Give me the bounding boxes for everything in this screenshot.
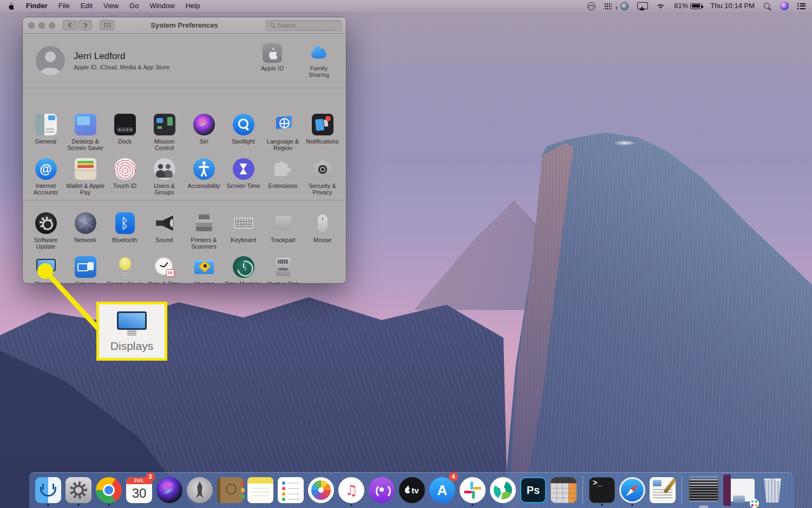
pref-general[interactable]: General (26, 109, 66, 151)
dock-minimized-slack-window[interactable] (723, 474, 756, 506)
dock-calculator[interactable] (550, 474, 577, 506)
pref-keyboard[interactable]: Keyboard (224, 208, 263, 250)
dock-calendar[interactable]: JUL 30 3 (126, 474, 153, 506)
pref-printers-scanners[interactable]: Printers & Scanners (184, 208, 224, 250)
pref-security-privacy[interactable]: Security & Privacy (303, 154, 342, 196)
battery-menu[interactable]: 81% (670, 0, 706, 12)
menu-item-file[interactable]: File (53, 0, 75, 12)
menu-item-help[interactable]: Help (180, 0, 206, 12)
dock-trash[interactable] (759, 474, 786, 506)
shortcut-apple-id[interactable]: Apple ID (255, 43, 290, 78)
show-all-button[interactable] (100, 20, 115, 30)
pref-label: Bluetooth (105, 237, 145, 243)
wifi-menu[interactable] (651, 3, 670, 10)
time-machine-icon (233, 256, 254, 278)
pref-accessibility[interactable]: Accessibility (184, 154, 224, 196)
back-button[interactable] (63, 20, 77, 30)
pref-spotlight[interactable]: Spotlight (224, 109, 263, 151)
pref-label: Sharing (184, 281, 224, 283)
users-groups-icon (154, 158, 175, 180)
dock-photos[interactable] (307, 474, 335, 506)
title-bar[interactable]: System Preferences (23, 17, 346, 34)
pref-dock[interactable]: Dock (105, 109, 145, 151)
dock-textedit[interactable] (649, 474, 676, 506)
notification-center-icon (797, 3, 806, 10)
pref-time-machine[interactable]: Time Machine (224, 252, 263, 283)
pref-sidecar[interactable]: Sidecar (66, 252, 105, 283)
pref-language-region[interactable]: Language & Region (263, 109, 303, 151)
pref-extensions[interactable]: Extensions (263, 154, 303, 196)
forward-button[interactable] (78, 20, 92, 30)
dock-music[interactable] (338, 474, 365, 506)
pref-bluetooth[interactable]: Bluetooth (105, 208, 145, 250)
dock-apple-tv[interactable]: tv (398, 474, 425, 506)
close-button[interactable] (28, 22, 35, 29)
siri-icon (780, 2, 789, 10)
network-globe-menu[interactable] (616, 2, 633, 10)
menu-item-edit[interactable]: Edit (75, 0, 98, 12)
dock-reminders[interactable] (277, 474, 304, 506)
globe-icon (620, 2, 628, 10)
pref-wallet-apple-pay[interactable]: Wallet & Apple Pay (66, 154, 105, 196)
avatar[interactable] (36, 46, 65, 75)
pref-trackpad[interactable]: Trackpad (263, 208, 303, 250)
dock-notes[interactable] (247, 474, 274, 506)
spotlight-pref-icon (233, 114, 254, 135)
pref-grid-row-1: General Desktop & Screen Saver Dock Miss… (26, 109, 343, 151)
creative-cloud-menu[interactable] (583, 2, 600, 10)
search-input[interactable] (266, 20, 342, 31)
apple-id-row[interactable]: Jerri Ledford Apple ID, iCloud, Media & … (23, 34, 346, 88)
apple-menu[interactable] (0, 2, 21, 10)
dock-launchpad[interactable] (186, 474, 213, 506)
dock-system-preferences[interactable] (65, 474, 92, 506)
dock-siri[interactable] (156, 474, 183, 506)
pref-siri[interactable]: Siri (184, 109, 224, 151)
dock-pref-icon (114, 114, 136, 135)
dock-podcasts[interactable] (368, 474, 395, 506)
dock-slack[interactable] (459, 474, 486, 506)
menu-item-go[interactable]: Go (124, 0, 144, 12)
pref-startup-disk[interactable]: Startup Disk (263, 252, 303, 283)
pref-users-groups[interactable]: Users & Groups (145, 154, 184, 196)
chevron-left-icon (68, 23, 73, 28)
spotlight-menu[interactable] (759, 2, 776, 10)
menu-item-view[interactable]: View (98, 0, 124, 12)
dock-gotomeeting[interactable] (489, 474, 516, 506)
general-icon (35, 114, 57, 135)
dock-finder[interactable] (35, 474, 62, 506)
pref-internet-accounts[interactable]: Internet Accounts (26, 154, 66, 196)
dock-contacts[interactable] (217, 474, 244, 506)
pref-software-update[interactable]: Software Update (26, 208, 66, 250)
pref-network[interactable]: Network (66, 208, 105, 250)
minimize-button[interactable] (38, 22, 45, 29)
pref-mission-control[interactable]: Mission Control (145, 109, 184, 151)
zoom-button[interactable] (49, 22, 55, 29)
menu-item-window[interactable]: Window (144, 0, 180, 12)
siri-menu[interactable] (776, 2, 793, 10)
menu-item-finder[interactable]: Finder (21, 0, 53, 12)
dock-terminal[interactable]: >_ (588, 474, 615, 506)
pref-label: Security & Privacy (303, 183, 342, 196)
pref-energy-saver[interactable]: Energy Saver (105, 252, 145, 283)
shortcut-family-sharing[interactable]: Family Sharing (302, 43, 336, 78)
dock-minimized-document-window[interactable] (687, 474, 720, 506)
extensions-icon (272, 158, 294, 180)
dock-app-store[interactable]: A 4 (429, 474, 456, 506)
airplay-menu[interactable] (633, 2, 651, 10)
dock-safari[interactable] (619, 474, 646, 506)
clock-menu[interactable]: Thu 10:14 PM (706, 0, 759, 12)
pref-date-time[interactable]: 18 Date & Time (145, 252, 184, 283)
pref-label: Software Update (26, 237, 66, 250)
dotted-grid-alert-menu[interactable] (600, 3, 616, 10)
pref-touch-id[interactable]: Touch ID (105, 154, 145, 196)
pref-sound[interactable]: Sound (145, 208, 184, 250)
pref-desktop-screen-saver[interactable]: Desktop & Screen Saver (66, 109, 105, 151)
wifi-icon (656, 3, 665, 10)
dock-chrome[interactable] (95, 474, 122, 506)
pref-sharing[interactable]: Sharing (184, 252, 224, 283)
pref-screen-time[interactable]: Screen Time (224, 154, 263, 196)
pref-notifications[interactable]: Notifications (303, 109, 342, 151)
pref-mouse[interactable]: Mouse (303, 208, 342, 250)
notification-center-menu[interactable] (793, 3, 812, 10)
dock-photoshop[interactable]: Ps (520, 474, 547, 506)
